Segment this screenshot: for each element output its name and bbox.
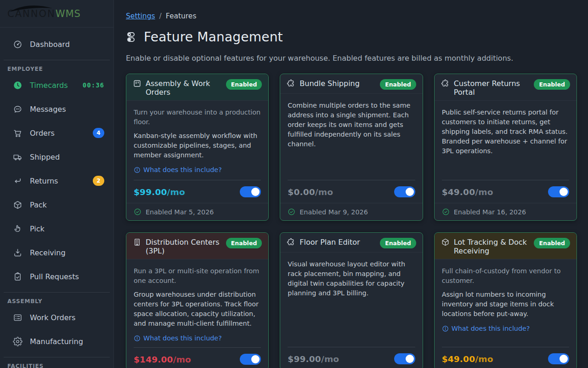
card-header: Bundle Shipping Enabled (280, 74, 422, 94)
return-arrow-icon (13, 176, 23, 186)
card-header: Lot Tracking & Dock Receiving Enabled (435, 233, 577, 259)
feature-toggle[interactable] (240, 186, 261, 197)
status-badge: Enabled (380, 79, 416, 90)
feature-card-bundle-shipping: Bundle Shipping Enabled Combine multiple… (280, 74, 423, 221)
cannon-swoosh-icon (8, 3, 59, 13)
breadcrumb-settings-link[interactable]: Settings (126, 12, 155, 20)
feature-summary: Full chain-of-custody from vendor to cus… (442, 266, 569, 286)
info-icon (134, 167, 141, 173)
sidebar-item-returns[interactable]: Returns 2 (0, 169, 113, 193)
status-badge: Enabled (380, 238, 416, 248)
feature-summary: Turn your warehouse into a production fl… (134, 108, 261, 127)
chat-icon (13, 104, 23, 114)
sidebar-item-shipped[interactable]: Shipped (0, 145, 113, 169)
feature-title: Customer Returns Portal (454, 78, 530, 97)
receive-download-icon (13, 248, 23, 258)
check-circle-icon (442, 208, 450, 216)
status-badge: Enabled (226, 79, 262, 90)
feature-description: Public self-service returns portal for c… (442, 108, 569, 156)
sidebar-item-label: Returns (30, 177, 58, 185)
section-label-employee: EMPLOYEE (0, 60, 113, 73)
sidebar-item-label: Work Orders (30, 313, 75, 322)
feature-price: $0.00/mo (288, 187, 333, 197)
status-badge: Enabled (226, 238, 262, 248)
toggle-knob (560, 355, 568, 363)
puzzle-icon (287, 79, 295, 88)
sidebar-item-pack[interactable]: Pack (0, 193, 113, 217)
sidebar-item-receiving[interactable]: Receiving (0, 241, 113, 264)
feature-toggle[interactable] (394, 186, 415, 197)
sidebar-item-label: Messages (30, 105, 66, 114)
toggle-knob (560, 188, 568, 196)
section-label-facilities: FACILITIES (0, 357, 113, 368)
feature-title: Bundle Shipping (300, 78, 360, 88)
card-footer: Enabled Mar 5, 2026 (126, 203, 268, 220)
feature-price: $49.00/mo (442, 187, 493, 197)
check-circle-icon (134, 208, 141, 216)
sidebar-item-messages[interactable]: Messages (0, 97, 113, 121)
feature-title: Lot Tracking & Dock Receiving (454, 236, 530, 255)
card-footer: Enabled Mar 9, 2026 (280, 203, 422, 220)
clock-icon (13, 80, 23, 90)
orders-count-badge: 4 (93, 128, 104, 138)
feature-description: Combine multiple orders to the same addr… (288, 101, 415, 149)
page-subtitle: Enable or disable optional features for … (126, 54, 577, 63)
section-label-assembly: ASSEMBLY (0, 293, 113, 305)
brand-logo[interactable]: CANNONWMS (0, 0, 113, 28)
sidebar-item-manufacturing[interactable]: Manufacturing (0, 329, 113, 353)
toggle-knob (251, 188, 260, 196)
feature-card-distribution-centers: Distribution Centers (3PL) Enabled Run a… (126, 232, 269, 368)
feature-toggle[interactable] (548, 353, 569, 364)
gauge-icon (13, 40, 23, 49)
feature-title: Assembly & Work Orders (146, 78, 222, 97)
sidebar-item-pick[interactable]: Pick (0, 217, 113, 241)
toggle-knob (406, 188, 414, 196)
feature-price: $149.00/mo (134, 355, 191, 364)
feature-card-lot-tracking-dock-receiving: Lot Tracking & Dock Receiving Enabled Fu… (434, 232, 577, 368)
list-card-icon (13, 313, 23, 322)
feature-description: Visual warehouse layout editor with rack… (288, 259, 415, 298)
sidebar-nav: Dashboard EMPLOYEE Timecards 00:36 Messa… (0, 28, 113, 368)
toggles-icon (126, 31, 138, 43)
cart-icon (13, 128, 23, 138)
what-does-this-include-link[interactable]: What does this include? (134, 334, 222, 343)
what-does-this-include-link[interactable]: What does this include? (442, 324, 530, 334)
feature-toggle[interactable] (394, 353, 415, 364)
truck-icon (13, 152, 23, 162)
toggle-knob (251, 355, 260, 363)
sidebar-item-orders[interactable]: Orders 4 (0, 121, 113, 145)
main-content: Settings / Features Feature Management E… (114, 0, 588, 368)
feature-toggle[interactable] (240, 354, 261, 365)
feature-description: Assign lot numbers to incoming inventory… (442, 290, 569, 319)
sidebar-item-label: Pull Requests (30, 272, 79, 281)
breadcrumb: Settings / Features (126, 12, 577, 20)
feature-card-customer-returns-portal: Customer Returns Portal Enabled Public s… (434, 74, 577, 221)
sidebar: CANNONWMS Dashboard EMPLOYEE Timecards 0… (0, 0, 114, 368)
gear-icon (13, 337, 23, 346)
package-icon (441, 238, 450, 247)
sidebar-item-label: Receiving (30, 248, 66, 257)
brand-word-secondary: WMS (56, 8, 81, 19)
pointing-hand-icon (13, 224, 23, 234)
clipboard-check-icon (13, 272, 23, 282)
info-icon (442, 325, 449, 332)
what-does-this-include-link[interactable]: What does this include? (134, 165, 222, 175)
sidebar-item-dashboard[interactable]: Dashboard (0, 32, 113, 56)
feature-price: $99.00/mo (288, 354, 339, 364)
sidebar-item-label: Timecards (30, 81, 68, 90)
card-header: Distribution Centers (3PL) Enabled (126, 233, 268, 259)
sidebar-item-work-orders[interactable]: Work Orders (0, 305, 113, 329)
timecard-timer: 00:36 (83, 81, 104, 89)
feature-title: Distribution Centers (3PL) (146, 236, 222, 255)
sidebar-item-label: Manufacturing (30, 337, 83, 346)
card-footer: Enabled Mar 16, 2026 (435, 203, 577, 220)
returns-count-badge: 2 (93, 176, 104, 186)
sidebar-item-timecards[interactable]: Timecards 00:36 (0, 73, 113, 97)
enabled-date: Enabled Mar 5, 2026 (146, 208, 214, 216)
feature-summary: Run a 3PL or multi-site operation from o… (134, 266, 261, 286)
feature-toggle[interactable] (548, 186, 569, 197)
feature-card-assembly-work-orders: Assembly & Work Orders Enabled Turn your… (126, 74, 269, 221)
sidebar-item-pull-requests[interactable]: Pull Requests (0, 264, 113, 288)
feature-description: Group warehouses under distribution cent… (134, 290, 261, 328)
toggle-knob (406, 355, 414, 363)
